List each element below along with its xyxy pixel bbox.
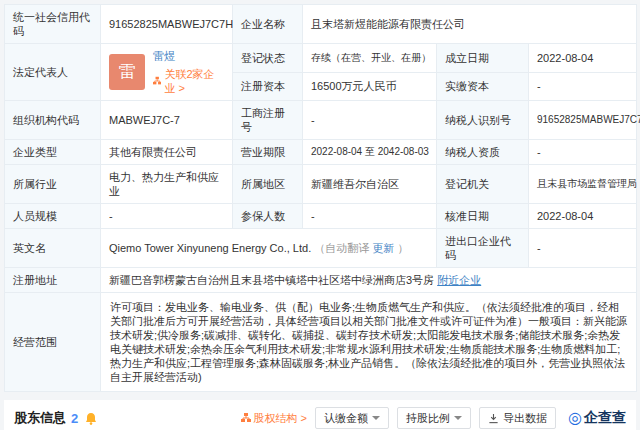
value-paid-capital: - <box>529 72 637 101</box>
value-biz-reg-no: - <box>303 101 437 140</box>
value-reg-status: 存续（在营、开业、在册） <box>303 44 437 73</box>
label-org-code: 组织机构代码 <box>5 101 101 140</box>
label-company-type: 企业类型 <box>5 140 101 165</box>
qcc-logo: ◎ 企查查 <box>568 409 626 427</box>
equity-structure-label: 股权结构 > <box>254 411 307 426</box>
value-company-type: 其他有限责任公司 <box>101 140 233 165</box>
value-insured-count: - <box>303 204 437 229</box>
holding-ratio-filter-label: 持股比例 <box>406 411 450 426</box>
value-reg-authority: 且末县市场监督管理局 <box>529 165 637 204</box>
label-biz-term: 营业期限 <box>233 140 303 165</box>
related-companies-label: 关联2家企业 > <box>164 67 224 95</box>
shareholders-controls: 股权结构 > 认缴金额 持股比例 导出数据 ◎ 企查查 <box>241 407 626 429</box>
value-english-name: Qiemo Tower Xinyuneng Energy Co., Ltd. （… <box>101 229 437 268</box>
address-text: 新疆巴音郭楞蒙古自治州且末县塔中镇塔中社区塔中绿洲商店3号房 <box>109 274 434 286</box>
qcc-logo-icon: ◎ <box>568 410 582 426</box>
org-chart-icon <box>241 413 251 423</box>
shareholders-section: 股东信息 2 股权结构 > 认缴金额 持股比例 <box>4 400 636 430</box>
label-region: 所属地区 <box>233 165 303 204</box>
label-est-date: 成立日期 <box>437 44 529 73</box>
label-reg-capital: 注册资本 <box>233 72 303 101</box>
subscribed-amount-filter-button[interactable]: 认缴金额 <box>315 407 389 429</box>
label-credit-code: 统一社会信用代码 <box>5 5 101 44</box>
value-address: 新疆巴音郭楞蒙古自治州且末县塔中镇塔中社区塔中绿洲商店3号房 附近企业 <box>101 268 637 293</box>
value-import-export-code: - <box>529 229 637 268</box>
value-reg-capital: 16500万元人民币 <box>303 72 437 101</box>
value-approval-date: 2022-08-04 <box>529 204 637 229</box>
info-row: 企业类型 其他有限责任公司 营业期限 2022-08-04 至 2042-08-… <box>5 140 637 165</box>
label-business-scope: 经营范围 <box>5 293 101 392</box>
info-row: 人员规模 - 参保人数 - 核准日期 2022-08-04 <box>5 204 637 229</box>
auto-translate-note-close: ） <box>397 242 408 254</box>
auto-translate-note: （自动翻译 <box>314 242 369 254</box>
subscribed-amount-filter-label: 认缴金额 <box>324 411 368 426</box>
download-icon <box>488 413 499 424</box>
label-reg-authority: 登记机关 <box>437 165 529 204</box>
info-row: 注册地址 新疆巴音郭楞蒙古自治州且末县塔中镇塔中社区塔中绿洲商店3号房 附近企业 <box>5 268 637 293</box>
shareholders-title: 股东信息 <box>14 409 66 427</box>
value-org-code: MABWEJ7C-7 <box>101 101 233 140</box>
value-taxpayer-qual: - <box>529 140 637 165</box>
label-english-name: 英文名 <box>5 229 101 268</box>
export-data-button[interactable]: 导出数据 <box>479 407 556 429</box>
info-row: 法定代表人 雷 雷煜 关联2家企业 > 登记状态 存续（在 <box>5 44 637 73</box>
shareholders-count: 2 <box>71 411 78 426</box>
label-staff-size: 人员规模 <box>5 204 101 229</box>
export-data-label: 导出数据 <box>503 411 547 426</box>
legal-rep-cell: 雷 雷煜 关联2家企业 > <box>101 44 233 101</box>
value-industry: 电力、热力生产和供应业 <box>101 165 233 204</box>
label-paid-capital: 实缴资本 <box>437 72 529 101</box>
caret-down-icon <box>454 416 462 420</box>
label-address: 注册地址 <box>5 268 101 293</box>
value-business-scope: 许可项目：发电业务、输电业务、供（配）电业务;生物质燃气生产和供应。（依法须经批… <box>101 293 637 392</box>
info-row: 英文名 Qiemo Tower Xinyuneng Energy Co., Lt… <box>5 229 637 268</box>
holding-ratio-filter-button[interactable]: 持股比例 <box>397 407 471 429</box>
update-translation-link[interactable]: 更新 <box>372 242 394 254</box>
bell-icon[interactable] <box>85 412 97 425</box>
equity-structure-link[interactable]: 股权结构 > <box>241 411 307 426</box>
label-reg-status: 登记状态 <box>233 44 303 73</box>
value-company-name: 且末塔新煜能能源有限责任公司 <box>303 5 637 44</box>
info-row: 统一社会信用代码 91652825MABWEJ7C7H 企业名称 且末塔新煜能能… <box>5 5 637 44</box>
caret-down-icon <box>372 416 380 420</box>
org-chart-icon <box>153 76 161 86</box>
nearby-companies-link[interactable]: 附近企业 <box>437 274 481 286</box>
value-est-date: 2022-08-04 <box>529 44 637 73</box>
info-row: 所属行业 电力、热力生产和供应业 所属地区 新疆维吾尔自治区 登记机关 且末县市… <box>5 165 637 204</box>
value-taxpayer-id: 91652825MABWEJ7C7H <box>529 101 637 140</box>
value-region: 新疆维吾尔自治区 <box>303 165 437 204</box>
english-name-text: Qiemo Tower Xinyuneng Energy Co., Ltd. <box>109 242 311 254</box>
info-row: 经营范围 许可项目：发电业务、输电业务、供（配）电业务;生物质燃气生产和供应。（… <box>5 293 637 392</box>
label-approval-date: 核准日期 <box>437 204 529 229</box>
qcc-logo-text: 企查查 <box>584 409 626 427</box>
related-companies-link[interactable]: 关联2家企业 > <box>153 67 224 95</box>
value-credit-code: 91652825MABWEJ7C7H <box>101 5 233 44</box>
label-taxpayer-qual: 纳税人资质 <box>437 140 529 165</box>
label-biz-reg-no: 工商注册号 <box>233 101 303 140</box>
label-taxpayer-id: 纳税人识别号 <box>437 101 529 140</box>
label-industry: 所属行业 <box>5 165 101 204</box>
info-row: 组织机构代码 MABWEJ7C-7 工商注册号 - 纳税人识别号 9165282… <box>5 101 637 140</box>
shareholders-header: 股东信息 2 股权结构 > 认缴金额 持股比例 <box>14 407 626 429</box>
label-insured-count: 参保人数 <box>233 204 303 229</box>
legal-rep-name-link[interactable]: 雷煜 <box>153 49 224 63</box>
label-import-export-code: 进出口企业代码 <box>437 229 529 268</box>
label-company-name: 企业名称 <box>233 5 303 44</box>
legal-rep-avatar: 雷 <box>109 54 145 90</box>
company-info-table: 统一社会信用代码 91652825MABWEJ7C7H 企业名称 且末塔新煜能能… <box>4 4 637 392</box>
company-detail-page: 统一社会信用代码 91652825MABWEJ7C7H 企业名称 且末塔新煜能能… <box>0 0 640 430</box>
value-staff-size: - <box>101 204 233 229</box>
label-legal-rep: 法定代表人 <box>5 44 101 101</box>
value-biz-term: 2022-08-04 至 2042-08-03 <box>303 140 437 165</box>
